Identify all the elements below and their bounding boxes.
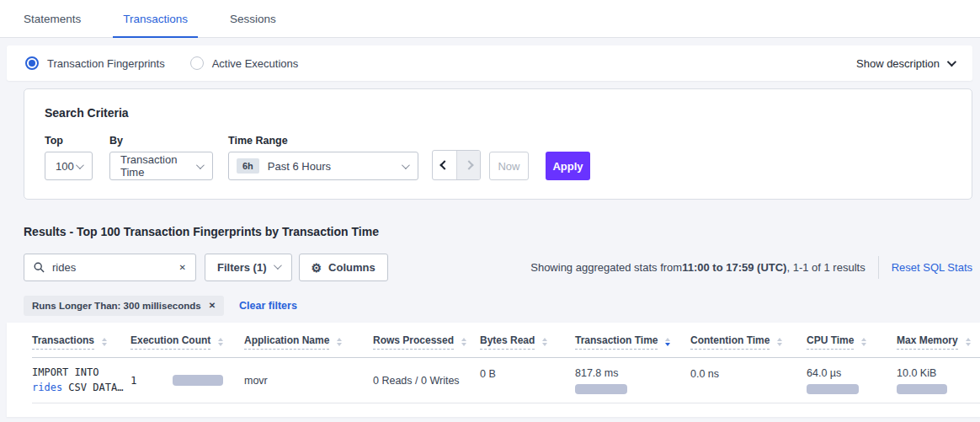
show-description-toggle[interactable]: Show description	[856, 57, 954, 70]
now-button[interactable]: Now	[489, 152, 529, 180]
search-icon	[34, 262, 45, 273]
search-input[interactable]: rides ✕	[24, 254, 196, 281]
sort-icon	[102, 338, 107, 346]
page-tabs: Statements Transactions Sessions	[0, 0, 980, 38]
cell-bytes-read: 0 B	[480, 363, 575, 380]
time-range-badge: 6h	[237, 158, 259, 174]
divider	[878, 256, 879, 279]
filter-chip-close-icon[interactable]: ✕	[209, 302, 216, 310]
query-highlight: rides	[32, 382, 62, 393]
radio-active-executions[interactable]: Active Executions	[190, 56, 299, 70]
sort-icon-active-desc	[665, 338, 670, 346]
column-header-bytes-read[interactable]: Bytes Read	[480, 334, 575, 350]
view-toggle-panel: Transaction Fingerprints Active Executio…	[7, 45, 972, 81]
filters-button[interactable]: Filters (1)	[205, 254, 292, 281]
by-control: By Transaction Time	[109, 135, 213, 180]
radio-unselected-icon	[190, 56, 204, 70]
cell-contention-time: 0.0 ns	[690, 363, 807, 380]
column-header-execution-count[interactable]: Execution Count	[130, 334, 244, 350]
cell-cpu-time: 64.0 µs	[807, 367, 897, 394]
tab-transactions[interactable]: Transactions	[113, 0, 198, 37]
chevron-down-icon	[196, 161, 205, 169]
search-value: rides	[52, 261, 172, 274]
by-label: By	[109, 135, 213, 147]
sort-icon	[337, 338, 342, 346]
column-header-transaction-time[interactable]: Transaction Time	[575, 334, 690, 350]
search-clear-icon[interactable]: ✕	[179, 264, 186, 272]
execution-count-bar	[173, 375, 223, 386]
sort-icon	[542, 338, 547, 346]
search-criteria-title: Search Criteria	[45, 106, 951, 120]
top-value: 100	[56, 160, 74, 173]
cpu-time-bar	[807, 384, 859, 394]
sort-icon	[461, 338, 466, 346]
radio-transaction-fingerprints[interactable]: Transaction Fingerprints	[25, 56, 165, 70]
columns-button[interactable]: ⚙ Columns	[299, 254, 388, 281]
time-nav-group	[432, 150, 481, 180]
by-select[interactable]: Transaction Time	[109, 152, 213, 180]
query-line-1: IMPORT INTO	[32, 366, 130, 381]
time-range-select[interactable]: 6h Past 6 Hours	[228, 152, 418, 180]
gear-icon: ⚙	[312, 262, 322, 274]
results-table: Transactions Execution Count Application…	[7, 323, 980, 417]
sort-icon	[218, 338, 223, 346]
transaction-time-bar	[575, 384, 627, 394]
chevron-down-icon	[273, 261, 281, 270]
column-header-cpu-time[interactable]: CPU Time	[807, 334, 897, 350]
time-next-button[interactable]	[456, 151, 480, 179]
cell-application-name: movr	[244, 375, 373, 387]
table-row: IMPORT INTO rides CSV DATA… 1 movr 0 Rea…	[32, 358, 980, 403]
time-range-label: Time Range	[228, 135, 418, 147]
radio-label: Transaction Fingerprints	[47, 57, 165, 70]
column-header-rows-processed[interactable]: Rows Processed	[373, 334, 480, 350]
search-criteria-panel: Search Criteria Top 100 By Transaction T…	[24, 88, 972, 200]
query-line-2: rides CSV DATA…	[32, 381, 130, 396]
cell-rows-processed: 0 Reads / 0 Writes	[373, 375, 480, 387]
chevron-right-icon	[464, 160, 473, 169]
query-rest: CSV DATA…	[62, 382, 123, 393]
show-description-label: Show description	[856, 57, 940, 70]
cell-transaction-time: 817.8 ms	[575, 367, 690, 394]
top-control: Top 100	[45, 135, 93, 180]
max-memory-bar	[897, 384, 947, 394]
radio-selected-icon	[25, 56, 39, 70]
stats-suffix: , 1-1 of 1 results	[786, 261, 865, 274]
results-heading: Results - Top 100 Transaction Fingerprin…	[24, 225, 972, 238]
radio-label: Active Executions	[212, 57, 299, 70]
chevron-left-icon	[439, 160, 449, 169]
time-prev-button[interactable]	[433, 151, 456, 179]
filters-label: Filters (1)	[217, 261, 267, 274]
tab-statements[interactable]: Statements	[13, 0, 91, 37]
by-value: Transaction Time	[120, 153, 196, 179]
tab-sessions[interactable]: Sessions	[220, 0, 286, 37]
top-label: Top	[45, 135, 93, 147]
transaction-fingerprint-link[interactable]: IMPORT INTO rides CSV DATA…	[32, 366, 130, 395]
cell-max-memory: 10.0 KiB	[897, 367, 980, 394]
column-header-transactions[interactable]: Transactions	[32, 334, 130, 350]
results-toolbar: rides ✕ Filters (1) ⚙ Columns Showing ag…	[24, 254, 972, 281]
filter-chip: Runs Longer Than: 300 milliseconds ✕	[24, 296, 224, 316]
table-header-row: Transactions Execution Count Application…	[32, 334, 980, 358]
chevron-down-icon	[76, 161, 84, 169]
filter-chip-label: Runs Longer Than: 300 milliseconds	[32, 301, 201, 311]
reset-sql-stats-link[interactable]: Reset SQL Stats	[892, 261, 972, 274]
cell-execution-count: 1	[130, 374, 244, 387]
apply-button[interactable]: Apply	[546, 152, 590, 180]
top-select[interactable]: 100	[45, 152, 93, 180]
stats-prefix: Showing aggregated stats from	[530, 261, 682, 274]
sort-icon	[777, 338, 782, 346]
column-header-max-memory[interactable]: Max Memory	[897, 334, 980, 350]
sort-icon	[861, 338, 866, 346]
chevron-down-icon	[947, 57, 956, 67]
column-header-application-name[interactable]: Application Name	[244, 334, 373, 350]
sort-icon	[966, 338, 971, 346]
stats-summary: Showing aggregated stats from 11:00 to 1…	[530, 261, 865, 274]
stats-range: 11:00 to 17:59 (UTC)	[682, 261, 786, 274]
active-filters-row: Runs Longer Than: 300 milliseconds ✕ Cle…	[24, 296, 972, 316]
time-range-control: Time Range 6h Past 6 Hours	[228, 135, 418, 180]
time-range-value: Past 6 Hours	[268, 160, 331, 173]
columns-label: Columns	[328, 261, 375, 274]
clear-filters-link[interactable]: Clear filters	[239, 300, 297, 312]
chevron-down-icon	[402, 161, 410, 169]
column-header-contention-time[interactable]: Contention Time	[690, 334, 807, 350]
